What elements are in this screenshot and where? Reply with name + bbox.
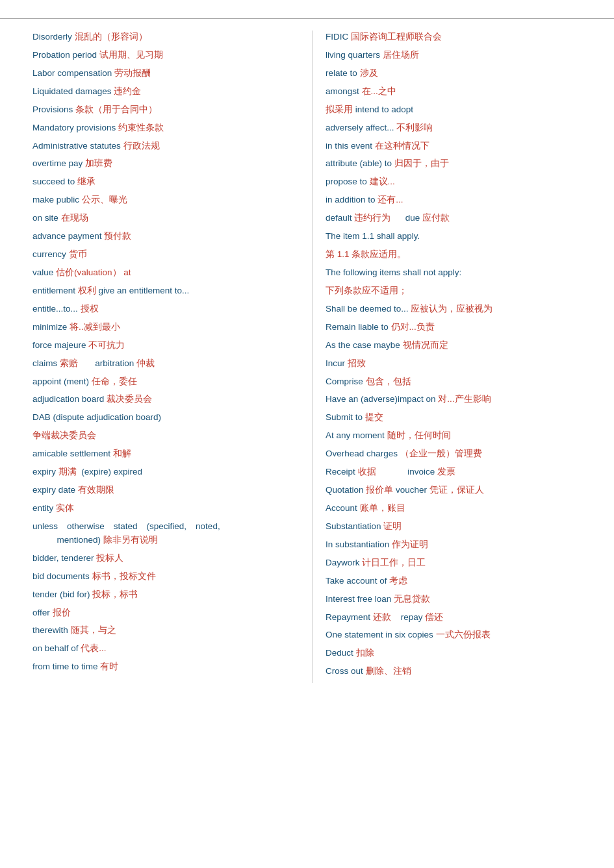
list-item: adversely affect... 不利影响 [326, 121, 588, 135]
list-item: overtime pay 加班费 [32, 157, 299, 171]
list-item: Shall be deemed to... 应被认为，应被视为 [326, 303, 588, 316]
list-item: advance payment 预付款 [32, 230, 299, 243]
list-item: attribute (able) to 归因于，由于 [326, 157, 588, 171]
list-item: Liquidated damages 违约金 [32, 85, 299, 99]
content-area: Disorderly 混乱的（形容词）Probation period 试用期、… [0, 19, 614, 695]
list-item: 下列条款应不适用； [326, 284, 588, 298]
list-item: Cross out 删除、注销 [326, 665, 588, 678]
list-item: Account 账单，账目 [326, 502, 588, 515]
list-item: At any moment 随时，任何时间 [326, 429, 588, 443]
list-item: Submit to 提交 [326, 411, 588, 425]
list-item: Take account of 考虑 [326, 575, 588, 588]
list-item: propose to 建议... [326, 175, 588, 189]
list-item: on site 在现场 [32, 212, 299, 225]
list-item: Substantiation 证明 [326, 520, 588, 534]
list-item: The following items shall not apply: [326, 266, 588, 280]
list-item: Incur 招致 [326, 357, 588, 371]
list-item: 拟采用 intend to adopt [326, 103, 588, 117]
list-item: Labor compensation 劳动报酬 [32, 67, 299, 81]
list-item: Remain liable to 仍对...负责 [326, 321, 588, 334]
list-item: therewith 随其，与之 [32, 624, 299, 638]
list-item: Provisions 条款（用于合同中） [32, 103, 299, 117]
list-item: Comprise 包含，包括 [326, 375, 588, 389]
list-item: Administrative statutes 行政法规 [32, 140, 299, 153]
list-item: in addition to 还有... [326, 193, 588, 207]
list-item: appoint (ment) 任命，委任 [32, 375, 299, 389]
list-item: Interest free loan 无息贷款 [326, 593, 588, 606]
list-item: entitle...to... 授权 [32, 303, 299, 316]
page-header [0, 0, 614, 19]
list-item: in this event 在这种情况下 [326, 140, 588, 153]
list-item: 第 1.1 条款应适用。 [326, 248, 588, 262]
list-item: relate to 涉及 [326, 67, 588, 81]
list-item: Mandatory provisions 约束性条款 [32, 121, 299, 135]
list-item: FIDIC 国际咨询工程师联合会 [326, 31, 588, 44]
list-item: Daywork 计日工作，日工 [326, 556, 588, 570]
list-item: Quotation 报价单 voucher 凭证，保证人 [326, 484, 588, 497]
list-item: Probation period 试用期、见习期 [32, 49, 299, 62]
list-item: entity 实体 [32, 502, 299, 515]
list-item: Have an (adverse)impact on 对...产生影响 [326, 393, 588, 406]
list-item: amongst 在...之中 [326, 85, 588, 99]
list-item: expiry 期满 (expire) expired [32, 465, 299, 479]
list-item: entitlement 权利 give an entitlement to... [32, 284, 299, 298]
list-item: offer 报价 [32, 606, 299, 620]
list-item: adjudication board 裁决委员会 [32, 393, 299, 406]
list-item: default 违约行为 due 应付款 [326, 212, 588, 225]
list-item: tender (bid for) 投标，标书 [32, 588, 299, 602]
list-item: living quarters 居住场所 [326, 49, 588, 62]
list-item: Repayment 还款 repay 偿还 [326, 611, 588, 625]
list-item: 争端裁决委员会 [32, 429, 299, 443]
list-item: The item 1.1 shall apply. [326, 230, 588, 243]
list-item: expiry date 有效期限 [32, 484, 299, 497]
list-item: As the case maybe 视情况而定 [326, 339, 588, 353]
list-item: bidder, tenderer 投标人 [32, 552, 299, 565]
right-column: FIDIC 国际咨询工程师联合会living quarters 居住场所rela… [312, 31, 588, 683]
list-item: unless otherwise stated (specified, note… [32, 520, 299, 547]
list-item: Deduct 扣除 [326, 647, 588, 660]
list-item: on behalf of 代表... [32, 642, 299, 656]
list-item: succeed to 继承 [32, 175, 299, 189]
list-item: Receipt 收据 invoice 发票 [326, 465, 588, 479]
list-item: Disorderly 混乱的（形容词） [32, 31, 299, 44]
list-item: make public 公示、曝光 [32, 193, 299, 207]
list-item: Overhead charges （企业一般）管理费 [326, 447, 588, 461]
list-item: In substantiation 作为证明 [326, 538, 588, 552]
list-item: DAB (dispute adjudication board) [32, 411, 299, 425]
list-item: force majeure 不可抗力 [32, 339, 299, 353]
list-item: minimize 将..减到最小 [32, 321, 299, 334]
list-item: currency 货币 [32, 248, 299, 262]
list-item: bid documents 标书，投标文件 [32, 570, 299, 584]
list-item: value 估价(valuation） at [32, 266, 299, 280]
list-item: from time to time 有时 [32, 660, 299, 674]
left-column: Disorderly 混乱的（形容词）Probation period 试用期、… [32, 31, 312, 683]
list-item: One statement in six copies 一式六份报表 [326, 628, 588, 642]
list-item: amicable settlement 和解 [32, 447, 299, 461]
list-item: claims 索赔 arbitration 仲裁 [32, 357, 299, 371]
